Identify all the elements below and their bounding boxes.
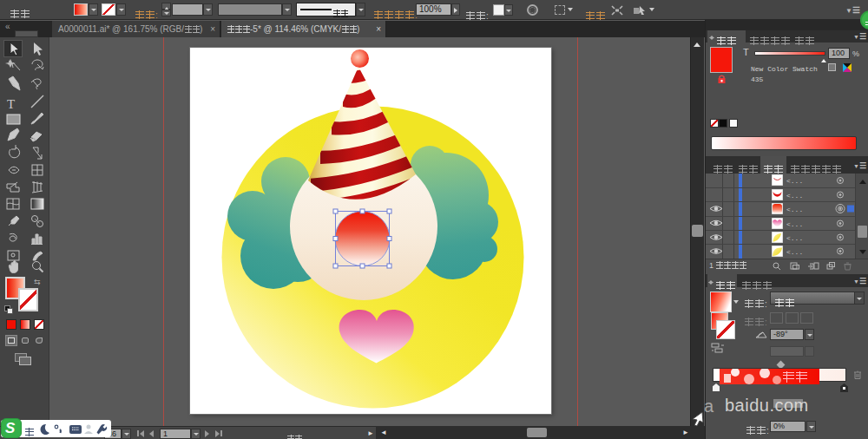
svg-text:<...: <...	[786, 206, 803, 213]
svg-text:<...: <...	[786, 192, 803, 200]
svg-text:<...: <...	[786, 248, 803, 256]
svg-text:<...: <...	[786, 177, 803, 185]
svg-text:<...: <...	[786, 234, 803, 242]
svg-text:T: T	[7, 97, 15, 111]
svg-text:<...: <...	[786, 220, 803, 228]
